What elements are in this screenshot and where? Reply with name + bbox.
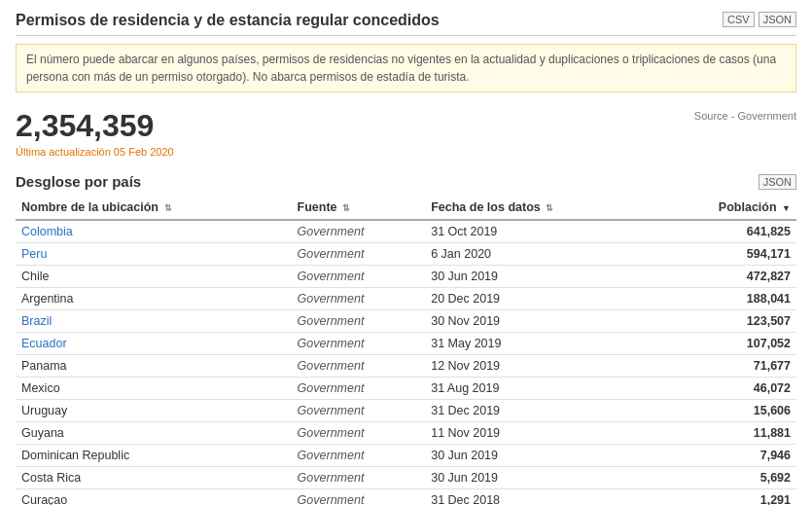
- table-header-row: Nombre de la ubicación ⇅ Fuente ⇅ Fecha …: [16, 196, 796, 220]
- cell-date: 20 Dec 2019: [425, 288, 653, 310]
- page-container: Permisos de residencia y de estancia reg…: [0, 0, 812, 505]
- stat-left: 2,354,359 Última actualización 05 Feb 20…: [16, 102, 174, 158]
- csv-download-link[interactable]: CSV: [723, 12, 755, 27]
- table-row: BrazilGovernment30 Nov 2019123,507: [16, 310, 796, 333]
- col-name[interactable]: Nombre de la ubicación ⇅: [16, 196, 292, 220]
- sort-icon-population: ▼: [782, 203, 791, 213]
- table-row: MexicoGovernment31 Aug 201946,072: [16, 378, 796, 400]
- cell-name[interactable]: Brazil: [16, 310, 292, 333]
- cell-date: 31 Dec 2019: [425, 400, 653, 422]
- table-row: CuraçaoGovernment31 Dec 20181,291: [16, 489, 796, 506]
- col-population[interactable]: Población ▼: [653, 196, 796, 220]
- section-title: Desglose por país: [16, 173, 141, 190]
- table-row: PeruGovernment6 Jan 2020594,171: [16, 243, 796, 266]
- cell-population: 594,171: [653, 243, 796, 266]
- table-row: Dominican RepublicGovernment30 Jun 20197…: [16, 445, 796, 467]
- notice-box: El número puede abarcar en algunos paíse…: [16, 44, 796, 92]
- country-link[interactable]: Peru: [21, 247, 47, 261]
- cell-name: Costa Rica: [16, 467, 292, 489]
- cell-name[interactable]: Colombia: [16, 220, 292, 243]
- cell-name: Argentina: [16, 288, 292, 310]
- cell-source: Government: [292, 400, 426, 422]
- cell-source: Government: [292, 288, 426, 310]
- table-row: Costa RicaGovernment30 Jun 20195,692: [16, 467, 796, 489]
- table-body: ColombiaGovernment31 Oct 2019641,825Peru…: [16, 220, 796, 505]
- cell-source: Government: [292, 243, 426, 266]
- cell-population: 641,825: [653, 220, 796, 243]
- table-row: EcuadorGovernment31 May 2019107,052: [16, 333, 796, 355]
- cell-name: Mexico: [16, 378, 292, 400]
- cell-source: Government: [292, 266, 426, 288]
- sort-icon-date: ⇅: [546, 203, 553, 213]
- cell-date: 31 Aug 2019: [425, 378, 653, 400]
- cell-date: 30 Jun 2019: [425, 467, 653, 489]
- cell-name: Chile: [16, 266, 292, 288]
- sort-icon-name: ⇅: [164, 203, 172, 213]
- main-stat: 2,354,359: [16, 108, 174, 144]
- col-date[interactable]: Fecha de los datos ⇅: [425, 196, 653, 220]
- cell-name: Uruguay: [16, 400, 292, 422]
- notice-text: El número puede abarcar en algunos paíse…: [26, 53, 776, 84]
- cell-date: 31 May 2019: [425, 333, 653, 355]
- cell-population: 123,507: [653, 310, 796, 333]
- table-row: PanamaGovernment12 Nov 201971,677: [16, 355, 796, 378]
- cell-date: 30 Jun 2019: [425, 266, 653, 288]
- cell-source: Government: [292, 445, 426, 467]
- table-row: GuyanaGovernment11 Nov 201911,881: [16, 422, 796, 445]
- cell-source: Government: [292, 355, 426, 378]
- page-title: Permisos de residencia y de estancia reg…: [16, 12, 440, 29]
- cell-name: Guyana: [16, 422, 292, 445]
- table-row: ArgentinaGovernment20 Dec 2019188,041: [16, 288, 796, 310]
- cell-population: 1,291: [653, 489, 796, 506]
- cell-date: 31 Dec 2018: [425, 489, 653, 506]
- cell-population: 107,052: [653, 333, 796, 355]
- header-actions: CSV JSON: [723, 12, 796, 27]
- last-updated: Última actualización 05 Feb 2020: [16, 146, 174, 158]
- section-header: Desglose por país JSON: [16, 173, 796, 190]
- country-link[interactable]: Ecuador: [21, 337, 67, 350]
- cell-source: Government: [292, 467, 426, 489]
- col-source[interactable]: Fuente ⇅: [292, 196, 426, 220]
- cell-source: Government: [292, 310, 426, 333]
- source-label: Source - Government: [694, 110, 796, 122]
- cell-population: 7,946: [653, 445, 796, 467]
- json-download-link[interactable]: JSON: [759, 12, 796, 27]
- cell-source: Government: [292, 333, 426, 355]
- cell-name: Panama: [16, 355, 292, 378]
- cell-population: 188,041: [653, 288, 796, 310]
- country-link[interactable]: Colombia: [21, 225, 73, 238]
- cell-source: Government: [292, 489, 426, 506]
- cell-name: Curaçao: [16, 489, 292, 506]
- table-row: ColombiaGovernment31 Oct 2019641,825: [16, 220, 796, 243]
- cell-population: 11,881: [653, 422, 796, 445]
- cell-population: 71,677: [653, 355, 796, 378]
- cell-name[interactable]: Peru: [16, 243, 292, 266]
- cell-date: 6 Jan 2020: [425, 243, 653, 266]
- cell-name[interactable]: Ecuador: [16, 333, 292, 355]
- section-json-link[interactable]: JSON: [759, 174, 796, 190]
- table-row: ChileGovernment30 Jun 2019472,827: [16, 266, 796, 288]
- cell-date: 11 Nov 2019: [425, 422, 653, 445]
- cell-population: 5,692: [653, 467, 796, 489]
- cell-population: 46,072: [653, 378, 796, 400]
- stat-row: 2,354,359 Última actualización 05 Feb 20…: [16, 102, 796, 158]
- table-row: UruguayGovernment31 Dec 201915,606: [16, 400, 796, 422]
- sort-icon-source: ⇅: [342, 203, 350, 213]
- cell-source: Government: [292, 220, 426, 243]
- cell-date: 12 Nov 2019: [425, 355, 653, 378]
- cell-population: 472,827: [653, 266, 796, 288]
- cell-date: 30 Nov 2019: [425, 310, 653, 333]
- data-table: Nombre de la ubicación ⇅ Fuente ⇅ Fecha …: [16, 196, 796, 505]
- cell-name: Dominican Republic: [16, 445, 292, 467]
- cell-population: 15,606: [653, 400, 796, 422]
- page-header: Permisos de residencia y de estancia reg…: [16, 12, 796, 36]
- cell-source: Government: [292, 422, 426, 445]
- cell-date: 31 Oct 2019: [425, 220, 653, 243]
- cell-date: 30 Jun 2019: [425, 445, 653, 467]
- country-link[interactable]: Brazil: [21, 314, 52, 328]
- table-head: Nombre de la ubicación ⇅ Fuente ⇅ Fecha …: [16, 196, 796, 220]
- cell-source: Government: [292, 378, 426, 400]
